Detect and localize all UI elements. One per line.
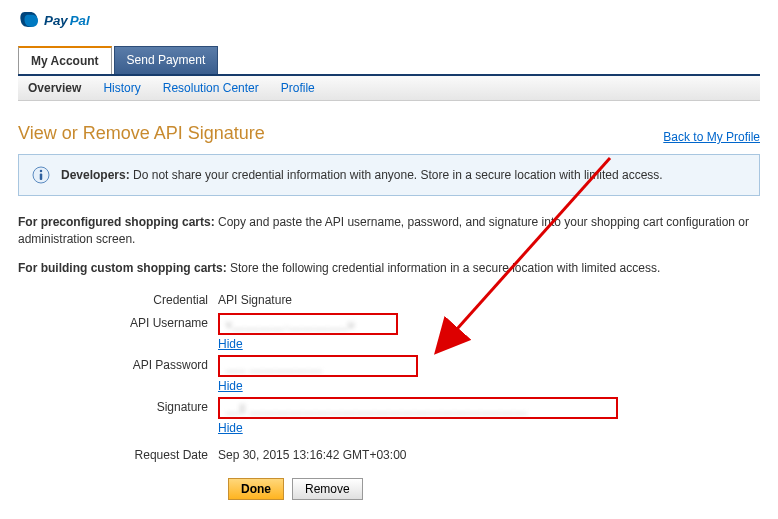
info-text: Do not share your credential information… <box>130 168 663 182</box>
tab-my-account[interactable]: My Account <box>18 46 112 74</box>
remove-button[interactable]: Remove <box>292 478 363 500</box>
developer-info-banner: Developers: Do not share your credential… <box>18 154 760 196</box>
value-credential: API Signature <box>218 290 292 307</box>
hide-api-password-link[interactable]: Hide <box>218 379 243 393</box>
label-api-password: API Password <box>18 355 218 393</box>
label-api-username: API Username <box>18 313 218 351</box>
page-title: View or Remove API Signature <box>18 123 265 144</box>
para-preconfigured: For preconfigured shopping carts: Copy a… <box>18 214 760 248</box>
svg-text:Pal: Pal <box>70 13 90 28</box>
para-custom: For building custom shopping carts: Stor… <box>18 260 760 277</box>
primary-tabs: My Account Send Payment <box>18 46 760 76</box>
subnav-history[interactable]: History <box>103 81 140 95</box>
value-signature: __|| ___________________________________… <box>218 397 618 419</box>
value-request-date: Sep 30, 2015 13:16:42 GMT+03:00 <box>218 445 406 462</box>
credentials-table: Credential API Signature API Username v_… <box>18 290 760 462</box>
label-credential: Credential <box>18 290 218 307</box>
subnav-resolution-center[interactable]: Resolution Center <box>163 81 259 95</box>
label-request-date: Request Date <box>18 445 218 462</box>
subnav-overview[interactable]: Overview <box>28 81 81 95</box>
info-bold: Developers: <box>61 168 130 182</box>
sub-nav: Overview History Resolution Center Profi… <box>18 76 760 101</box>
paypal-logo: Pay Pal <box>18 0 760 46</box>
done-button[interactable]: Done <box>228 478 284 500</box>
back-to-profile-link[interactable]: Back to My Profile <box>663 130 760 144</box>
svg-point-3 <box>40 170 43 173</box>
svg-rect-4 <box>40 174 43 181</box>
info-icon <box>31 165 51 185</box>
hide-api-username-link[interactable]: Hide <box>218 337 243 351</box>
subnav-profile[interactable]: Profile <box>281 81 315 95</box>
value-api-username: v________._________u <box>218 313 398 335</box>
label-signature: Signature <box>18 397 218 435</box>
value-api-password: ___ ___________ <box>218 355 418 377</box>
svg-text:Pay: Pay <box>44 13 68 28</box>
hide-signature-link[interactable]: Hide <box>218 421 243 435</box>
tab-send-payment[interactable]: Send Payment <box>114 46 219 74</box>
